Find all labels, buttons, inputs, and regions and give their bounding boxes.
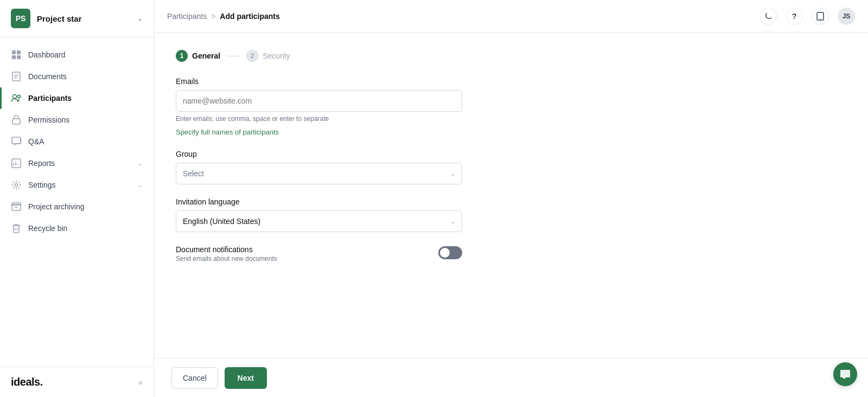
- sidebar-item-label: Reports: [28, 159, 55, 168]
- sidebar-item-dashboard[interactable]: Dashboard: [0, 44, 154, 66]
- sidebar-footer: ideals. «: [0, 367, 154, 397]
- project-name: Project star: [37, 14, 131, 23]
- reports-icon: [11, 158, 22, 169]
- svg-point-16: [15, 184, 18, 187]
- step-security: 2 Security: [246, 50, 290, 62]
- topbar: Participants > Add participants ? JS: [154, 0, 868, 33]
- sidebar-header: PS Project star ⌄: [0, 0, 154, 37]
- footer: Cancel Next: [154, 358, 868, 397]
- documents-icon: [11, 71, 22, 82]
- invitation-language-select[interactable]: English (United States): [176, 210, 462, 232]
- sidebar-item-label: Recycle bin: [28, 224, 67, 233]
- sidebar-item-reports[interactable]: Reports ⌄: [0, 152, 154, 174]
- emails-input[interactable]: [176, 90, 462, 112]
- group-select[interactable]: Select: [176, 163, 462, 184]
- chat-fab-button[interactable]: [833, 362, 857, 386]
- sidebar-item-recycle-bin[interactable]: Recycle bin: [0, 217, 154, 239]
- content-area: 1 General 2 Security Emails Enter emails…: [154, 33, 868, 358]
- breadcrumb-current: Add participants: [220, 12, 279, 21]
- emails-hint: Enter emails; use comma, space or enter …: [176, 115, 846, 123]
- dark-mode-button[interactable]: [760, 8, 777, 25]
- doc-notifications-hint: Send emails about new documents: [176, 255, 438, 262]
- notifications-group: Document notifications Send emails about…: [176, 245, 846, 262]
- sidebar-item-settings[interactable]: Settings ⌄: [0, 174, 154, 196]
- invitation-language-label: Invitation language: [176, 197, 846, 206]
- step-1-circle: 1: [176, 50, 188, 62]
- svg-rect-0: [12, 50, 16, 54]
- sidebar-item-participants[interactable]: Participants: [0, 87, 154, 109]
- group-group: Group Select ⌄: [176, 150, 846, 184]
- sidebar-item-project-archiving[interactable]: Project archiving: [0, 196, 154, 217]
- tablet-view-button[interactable]: [812, 8, 829, 25]
- notifications-toggle[interactable]: [438, 246, 462, 259]
- step-1-label: General: [192, 52, 220, 60]
- help-button[interactable]: ?: [786, 8, 803, 25]
- svg-rect-18: [12, 203, 21, 205]
- settings-icon: [11, 180, 22, 190]
- invitation-language-group: Invitation language English (United Stat…: [176, 197, 846, 232]
- step-general: 1 General: [176, 50, 220, 62]
- toggle-thumb: [440, 248, 450, 258]
- svg-point-8: [13, 95, 17, 99]
- cancel-button[interactable]: Cancel: [171, 367, 218, 389]
- project-chevron-icon[interactable]: ⌄: [137, 15, 143, 22]
- recycle-bin-icon: [11, 223, 22, 234]
- group-select-wrapper: Select ⌄: [176, 163, 462, 184]
- dashboard-icon: [11, 49, 22, 60]
- toggle-info: Document notifications Send emails about…: [176, 245, 438, 262]
- sidebar-item-label: Documents: [28, 72, 67, 81]
- breadcrumb-parent[interactable]: Participants: [167, 12, 207, 21]
- main-area: Participants > Add participants ? JS: [154, 0, 868, 397]
- emails-label: Emails: [176, 77, 846, 86]
- svg-point-9: [18, 95, 21, 98]
- toggle-track: [438, 246, 462, 259]
- sidebar-nav: Dashboard Documents: [0, 37, 154, 367]
- toggle-row: Document notifications Send emails about…: [176, 245, 462, 262]
- sidebar-item-documents[interactable]: Documents: [0, 66, 154, 87]
- sidebar-item-label: Dashboard: [28, 50, 66, 59]
- archive-icon: [11, 201, 22, 212]
- sidebar-item-label: Participants: [28, 94, 72, 103]
- breadcrumb: Participants > Add participants: [167, 12, 280, 21]
- svg-rect-1: [17, 50, 21, 54]
- reports-chevron-icon: ⌄: [138, 160, 143, 167]
- step-2-circle: 2: [246, 50, 258, 62]
- topbar-actions: ? JS: [760, 8, 855, 25]
- step-2-label: Security: [263, 52, 290, 60]
- step-divider: [227, 56, 240, 56]
- specify-names-link[interactable]: Specify full names of participants: [176, 128, 279, 136]
- app-logo: PS: [11, 9, 30, 28]
- sidebar-item-label: Settings: [28, 181, 56, 189]
- participants-icon: [11, 93, 22, 104]
- user-avatar[interactable]: JS: [838, 8, 855, 25]
- sidebar-collapse-button[interactable]: «: [138, 378, 143, 387]
- svg-rect-3: [17, 55, 21, 59]
- svg-rect-10: [12, 119, 20, 124]
- emails-group: Emails Enter emails; use comma, space or…: [176, 77, 846, 137]
- sidebar-item-label: Project archiving: [28, 202, 85, 211]
- group-label: Group: [176, 150, 846, 158]
- svg-rect-2: [12, 55, 16, 59]
- svg-point-23: [820, 18, 821, 20]
- permissions-icon: [11, 114, 22, 125]
- next-button[interactable]: Next: [225, 367, 267, 389]
- sidebar-item-qna[interactable]: Q&A: [0, 131, 154, 152]
- doc-notifications-label: Document notifications: [176, 245, 438, 254]
- stepper: 1 General 2 Security: [176, 50, 846, 62]
- sidebar-item-permissions[interactable]: Permissions: [0, 109, 154, 131]
- qna-icon: [11, 136, 22, 147]
- ideals-logo: ideals.: [11, 376, 43, 388]
- settings-chevron-icon: ⌄: [138, 182, 143, 189]
- sidebar-item-label: Q&A: [28, 137, 44, 146]
- svg-rect-11: [12, 137, 21, 144]
- sidebar-item-label: Permissions: [28, 116, 69, 124]
- breadcrumb-separator: >: [211, 12, 215, 21]
- invitation-language-wrapper: English (United States) ⌄: [176, 210, 462, 232]
- sidebar: PS Project star ⌄ Dashboard: [0, 0, 154, 397]
